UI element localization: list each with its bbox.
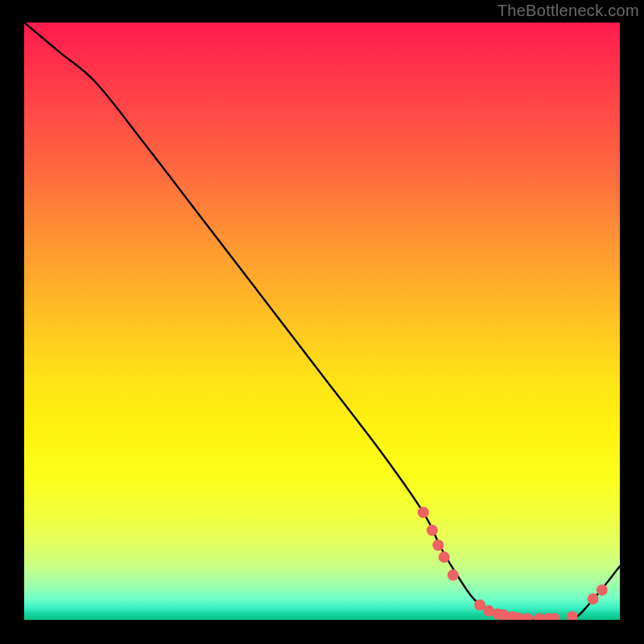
- marker-group: [418, 506, 608, 620]
- data-marker: [522, 613, 533, 620]
- data-marker: [567, 611, 578, 620]
- chart-frame: TheBottleneck.com: [0, 0, 644, 644]
- bottleneck-curve: [24, 23, 620, 620]
- plot-area: [24, 23, 620, 620]
- data-marker: [588, 593, 599, 605]
- data-marker: [448, 569, 459, 580]
- data-marker: [432, 539, 444, 551]
- curve-layer: [24, 23, 620, 620]
- watermark-text: TheBottleneck.com: [497, 2, 639, 20]
- data-marker: [418, 506, 429, 518]
- data-marker: [427, 525, 438, 536]
- data-marker: [597, 584, 608, 596]
- data-marker: [439, 551, 450, 563]
